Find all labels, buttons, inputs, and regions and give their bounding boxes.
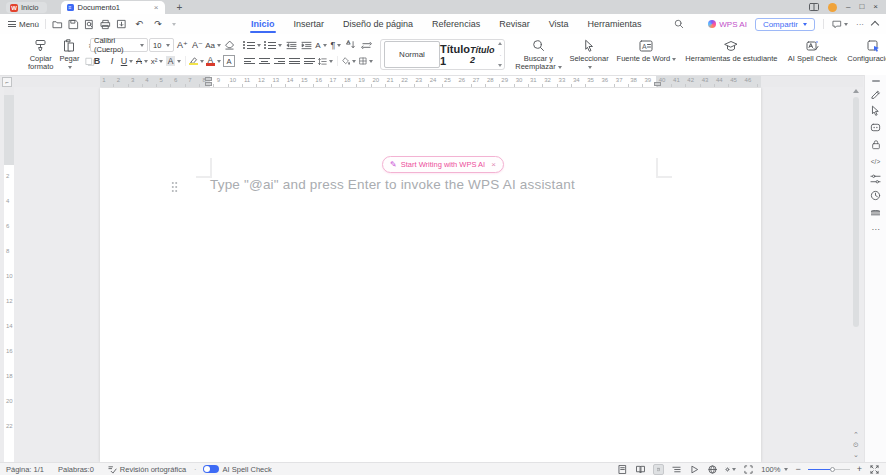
- sidebar-more-icon[interactable]: ⋯: [869, 224, 882, 235]
- find-replace-button[interactable]: Buscar y Reemplazar: [511, 36, 565, 71]
- tab-insertar[interactable]: Insertar: [293, 16, 326, 32]
- copilot-icon[interactable]: [869, 122, 882, 133]
- char-scale-button[interactable]: A: [314, 39, 328, 52]
- word-count[interactable]: Palabras:0: [58, 465, 94, 474]
- collapse-ribbon-icon[interactable]: [871, 21, 879, 29]
- tab-inicio[interactable]: Inicio: [250, 16, 276, 32]
- share-button[interactable]: Compartir: [755, 18, 815, 31]
- scrollbar-thumb[interactable]: [853, 97, 859, 327]
- read-mode-play-icon[interactable]: [689, 464, 700, 475]
- font-color-button[interactable]: A: [206, 55, 221, 68]
- align-right-button[interactable]: [272, 55, 286, 68]
- more-styles-icon[interactable]: ·: [499, 53, 501, 57]
- history-clock-icon[interactable]: [869, 190, 882, 201]
- zoom-in-button[interactable]: +: [857, 465, 862, 474]
- font-name-select[interactable]: Calibri (Cuerpo): [90, 38, 148, 52]
- minimize-button[interactable]: –: [846, 2, 850, 12]
- scroll-down-icon[interactable]: [498, 64, 502, 67]
- numbering-button[interactable]: [263, 39, 283, 52]
- sort-button[interactable]: A: [344, 39, 358, 52]
- split-view-icon[interactable]: [809, 3, 819, 11]
- view-mode-single-icon[interactable]: [617, 464, 628, 475]
- lock-protect-icon[interactable]: [869, 139, 882, 150]
- strikethrough-button[interactable]: A: [135, 55, 149, 68]
- editor-placeholder-text[interactable]: Type "@ai" and press Enter to invoke the…: [210, 177, 575, 192]
- new-tab-button[interactable]: +: [177, 3, 183, 13]
- save-button[interactable]: [68, 19, 79, 30]
- tab-vista[interactable]: Vista: [548, 16, 570, 32]
- view-mode-print-layout-icon[interactable]: [653, 464, 664, 475]
- select-button[interactable]: Seleccionar: [567, 36, 610, 71]
- distribute-button[interactable]: [302, 55, 316, 68]
- styles-scroll[interactable]: ·: [498, 42, 502, 67]
- next-page-icon[interactable]: ⌄: [853, 451, 859, 458]
- comment-icon[interactable]: [832, 20, 848, 29]
- print-button[interactable]: [100, 19, 111, 30]
- font-size-select[interactable]: 10: [149, 38, 174, 52]
- scroll-up-icon[interactable]: [498, 42, 502, 45]
- home-tab[interactable]: W Inicio: [6, 2, 47, 13]
- bold-button[interactable]: B: [90, 55, 104, 68]
- show-marks-button[interactable]: ¶: [329, 39, 343, 52]
- horizontal-ruler[interactable]: ⌐ 12345678910111213141516171819202122232…: [0, 76, 863, 87]
- scroll-up-icon[interactable]: [853, 89, 859, 93]
- word-font-button[interactable]: A Fuente de Word: [613, 36, 679, 63]
- redo-button[interactable]: ↷: [151, 18, 165, 31]
- text-direction-button[interactable]: [359, 39, 373, 52]
- zoom-level[interactable]: 100%: [761, 465, 788, 474]
- tab-herramientas[interactable]: Herramientas: [587, 16, 643, 32]
- change-case-button[interactable]: Aa: [205, 39, 221, 52]
- zoom-slider-knob[interactable]: [830, 467, 835, 472]
- tab-diseno[interactable]: Diseño de página: [342, 16, 414, 32]
- first-line-indent-marker[interactable]: [205, 77, 212, 81]
- previous-page-icon[interactable]: ⌃: [853, 431, 859, 438]
- wps-ai-button[interactable]: WPS AI: [708, 20, 747, 29]
- underline-button[interactable]: U: [120, 55, 134, 68]
- paste-button[interactable]: Pegar: [57, 36, 81, 71]
- more-options-icon[interactable]: ···: [856, 20, 864, 29]
- maximize-button[interactable]: □: [859, 2, 864, 12]
- resources-layers-icon[interactable]: [869, 207, 882, 218]
- align-justify-button[interactable]: [287, 55, 301, 68]
- document-page[interactable]: ✎ Start Writing with WPS AI × Type "@ai"…: [100, 88, 761, 462]
- open-file-button[interactable]: [52, 19, 63, 30]
- close-button[interactable]: ×: [873, 2, 878, 12]
- borders-button[interactable]: [358, 55, 374, 68]
- ai-writing-pill[interactable]: ✎ Start Writing with WPS AI ×: [382, 156, 504, 173]
- ai-spell-check-button[interactable]: AI Spell Check: [783, 36, 841, 63]
- view-settings-gear-icon[interactable]: [725, 464, 736, 475]
- browse-object-icon[interactable]: ⊙: [853, 441, 859, 448]
- sidebar-collapse-icon[interactable]: [872, 80, 880, 82]
- zoom-slider[interactable]: [808, 465, 850, 473]
- avatar[interactable]: [828, 3, 837, 12]
- fit-page-icon[interactable]: [743, 464, 754, 475]
- student-tools-button[interactable]: Herramientas de estudiante: [681, 36, 781, 63]
- settings-button[interactable]: Configuración: [843, 36, 886, 63]
- select-tool-icon[interactable]: [869, 105, 882, 116]
- print-preview-button[interactable]: [84, 19, 95, 30]
- style-titulo-1[interactable]: Título 1: [440, 42, 470, 67]
- export-pdf-button[interactable]: [116, 19, 127, 30]
- vertical-ruler[interactable]: 246810121416182022: [4, 87, 14, 462]
- line-spacing-button[interactable]: [317, 55, 334, 68]
- paragraph-drag-handle-icon[interactable]: [171, 181, 178, 192]
- char-shading-button[interactable]: A: [165, 55, 182, 68]
- undo-button[interactable]: ↶: [132, 18, 146, 31]
- main-menu-button[interactable]: Menú: [8, 20, 39, 29]
- highlight-color-button[interactable]: [189, 55, 204, 68]
- view-mode-book-icon[interactable]: [635, 464, 646, 475]
- web-layout-icon[interactable]: [707, 464, 718, 475]
- quick-edit-pen-icon[interactable]: [869, 88, 882, 99]
- adjust-sliders-icon[interactable]: [869, 173, 882, 184]
- vertical-scrollbar[interactable]: ⌃ ⊙ ⌄: [850, 87, 862, 462]
- document-tab[interactable]: ≡ Documento1 ×: [61, 1, 165, 14]
- grow-font-button[interactable]: A⁺: [175, 39, 189, 52]
- pill-close-icon[interactable]: ×: [491, 160, 496, 169]
- fullscreen-icon[interactable]: [869, 464, 880, 475]
- superscript-button[interactable]: x²: [150, 55, 164, 68]
- bullets-button[interactable]: [242, 39, 262, 52]
- code-fields-icon[interactable]: </>: [869, 156, 882, 167]
- format-painter-button[interactable]: Copiar formato: [26, 36, 55, 71]
- italic-button[interactable]: I: [105, 55, 119, 68]
- shrink-font-button[interactable]: A⁻: [190, 39, 204, 52]
